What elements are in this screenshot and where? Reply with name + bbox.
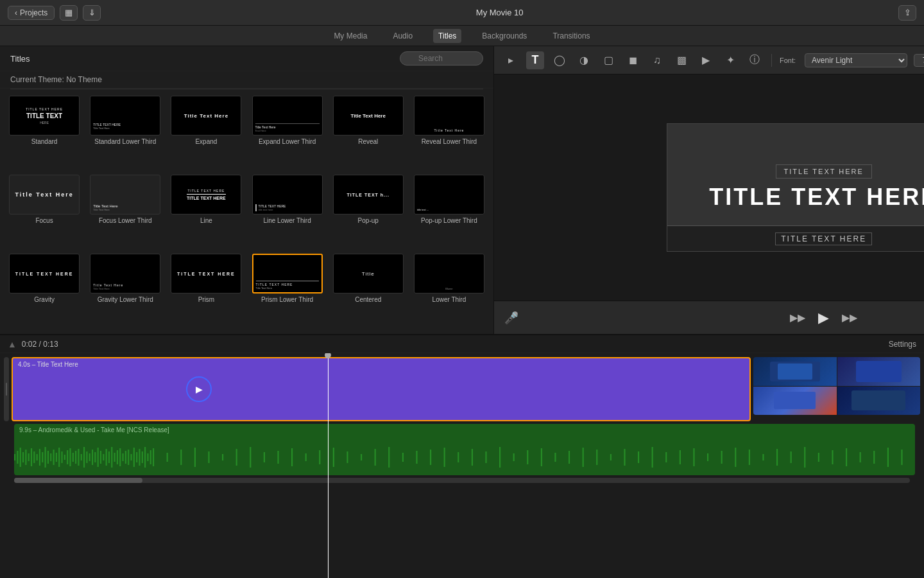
title-label-prism-lt: Prism Lower Third bbox=[261, 296, 313, 303]
video-clip[interactable]: 4.0s – Title Text Here ▶ bbox=[12, 357, 751, 421]
svg-rect-66 bbox=[375, 449, 376, 466]
svg-rect-31 bbox=[100, 451, 101, 464]
svg-rect-49 bbox=[150, 450, 151, 464]
title-item-reveal[interactable]: Title Text Here Reveal bbox=[330, 96, 406, 170]
filter-tool-icon[interactable]: ✦ bbox=[721, 51, 739, 69]
title-item-popup-lower-third[interactable]: title text ... Pop-up Lower Third bbox=[411, 175, 487, 249]
svg-rect-52 bbox=[180, 450, 182, 465]
title-item-line[interactable]: TITLE TEXT HERE TITLE TEXT HERE Line bbox=[168, 175, 244, 249]
svg-rect-86 bbox=[652, 447, 653, 468]
title-item-focus-lower-third[interactable]: Title Text Here Title Text Here Focus Lo… bbox=[87, 175, 163, 249]
audio-clip[interactable]: 9.9s – Andromedik & Used - Take Me [NCS … bbox=[14, 424, 915, 475]
settings-button[interactable]: Settings bbox=[889, 340, 916, 349]
pointer-tool-icon[interactable]: ▸ bbox=[502, 51, 520, 69]
title-item-reveal-lower-third[interactable]: Title Text Here Reveal Lower Third bbox=[411, 96, 487, 170]
import-icon[interactable]: ⇓ bbox=[83, 5, 101, 21]
top-bar: ‹ Projects ▦ ⇓ My Movie 10 ⇪ bbox=[0, 0, 924, 26]
playhead-line bbox=[328, 358, 329, 578]
preview-bottom-text[interactable]: TITLE TEXT HERE bbox=[775, 232, 872, 245]
layout-icon[interactable]: ▦ bbox=[60, 5, 78, 21]
preview-top-text[interactable]: TITLE TEXT HERE bbox=[776, 164, 872, 179]
svg-rect-40 bbox=[125, 451, 126, 464]
share-icon[interactable]: ⇪ bbox=[898, 5, 916, 21]
mic-button[interactable]: 🎤 bbox=[504, 311, 518, 325]
playback-controls: ▶▶ ▶ ▶▶ bbox=[790, 310, 857, 326]
camera-tool-icon[interactable]: ◼ bbox=[624, 51, 642, 69]
title-item-standard[interactable]: TITLE TEXT HERE TITLE TEXT HERE Standard bbox=[6, 96, 82, 170]
svg-rect-73 bbox=[472, 449, 473, 466]
title-item-prism-lower-third[interactable]: TITLE TEXT HERE Title Text Here Prism Lo… bbox=[249, 254, 325, 328]
title-item-popup[interactable]: TITLE TEXT h... Pop-up bbox=[330, 175, 406, 249]
projects-button[interactable]: ‹ Projects bbox=[8, 6, 55, 20]
title-item-gravity[interactable]: TITLE TEXT HERE Gravity bbox=[6, 254, 82, 328]
photo-cell-4 bbox=[837, 387, 921, 416]
title-item-gravity-lower-third[interactable]: Title Text Here Title Text Here Gravity … bbox=[87, 254, 163, 328]
tab-transitions[interactable]: Transitions bbox=[547, 29, 595, 43]
search-input[interactable] bbox=[400, 51, 483, 66]
toolbar-sep bbox=[771, 54, 772, 67]
speedometer-tool-icon[interactable]: ▶ bbox=[697, 51, 715, 69]
svg-rect-34 bbox=[108, 451, 110, 463]
svg-rect-70 bbox=[430, 450, 431, 465]
title-item-expand-lower-third[interactable]: Title Text Here Text Here Expand Lower T… bbox=[249, 96, 325, 170]
preview-main-text[interactable]: TITLE TEXT HERE bbox=[709, 184, 924, 211]
svg-rect-43 bbox=[133, 448, 135, 467]
skip-forward-button[interactable]: ▶▶ bbox=[842, 311, 857, 324]
title-item-expand[interactable]: Title Text Here Expand bbox=[168, 96, 244, 170]
scrollbar-thumb[interactable] bbox=[14, 478, 142, 483]
info-tool-icon[interactable]: ⓘ bbox=[746, 51, 764, 69]
theme-bar: Current Theme: No Theme bbox=[0, 71, 493, 89]
left-panel: Titles 🔍 Current Theme: No Theme TITLE T… bbox=[0, 46, 494, 334]
font-size-input[interactable] bbox=[914, 54, 924, 67]
svg-rect-65 bbox=[361, 454, 362, 460]
svg-rect-104 bbox=[901, 450, 902, 465]
svg-rect-69 bbox=[416, 451, 417, 464]
svg-rect-13 bbox=[50, 453, 51, 461]
horizontal-scrollbar[interactable] bbox=[14, 478, 910, 483]
svg-rect-59 bbox=[277, 451, 278, 464]
title-label-glt: Gravity Lower Third bbox=[98, 296, 153, 303]
svg-rect-26 bbox=[86, 451, 87, 463]
theme-label: Current Theme: No Theme bbox=[10, 75, 102, 84]
tab-titles[interactable]: Titles bbox=[433, 29, 461, 43]
title-item-standard-lower-third[interactable]: TITLE TEXT HERE Title Text Here Standard… bbox=[87, 96, 163, 170]
svg-rect-82 bbox=[596, 450, 597, 465]
title-item-prism[interactable]: TITLE TEXT HERE Prism bbox=[168, 254, 244, 328]
thumb-reveal-lt: Title Text Here bbox=[414, 96, 484, 136]
title-item-line-lower-third[interactable]: TITLE TEXT HERE title text here Line Low… bbox=[249, 175, 325, 249]
overlay-tool-icon[interactable]: ▢ bbox=[599, 51, 617, 69]
audio-clip-label: 9.9s – Andromedik & Used - Take Me [NCS … bbox=[19, 426, 910, 434]
crop-tool-icon[interactable]: ◯ bbox=[551, 51, 569, 69]
playhead bbox=[327, 353, 329, 578]
tab-my-media[interactable]: My Media bbox=[329, 29, 372, 43]
color-tool-icon[interactable]: ◑ bbox=[575, 51, 593, 69]
chart-tool-icon[interactable]: ▩ bbox=[672, 51, 690, 69]
font-label: Font: bbox=[780, 57, 796, 64]
svg-rect-17 bbox=[61, 451, 62, 463]
svg-rect-57 bbox=[250, 447, 251, 468]
svg-rect-93 bbox=[749, 450, 750, 465]
svg-rect-94 bbox=[762, 454, 764, 460]
font-select[interactable]: Avenir Light bbox=[805, 53, 907, 67]
skip-back-button[interactable]: ▶▶ bbox=[790, 311, 805, 324]
play-button[interactable]: ▶ bbox=[818, 310, 829, 326]
title-item-lower-third[interactable]: Blume Lower Third bbox=[411, 254, 487, 328]
thumb-standard-lower-third: TITLE TEXT HERE Title Text Here bbox=[90, 96, 160, 136]
svg-rect-68 bbox=[402, 453, 404, 462]
svg-rect-101 bbox=[860, 452, 861, 462]
svg-rect-7 bbox=[33, 451, 35, 463]
text-tool-icon[interactable]: T bbox=[526, 51, 544, 69]
tab-audio[interactable]: Audio bbox=[388, 29, 418, 43]
timeline-content: 4.0s – Title Text Here ▶ bbox=[0, 353, 924, 578]
titles-header: Titles 🔍 bbox=[0, 46, 493, 71]
track-resize-handle[interactable] bbox=[4, 357, 9, 421]
tab-backgrounds[interactable]: Backgrounds bbox=[477, 29, 532, 43]
mountain-icon: ▲ bbox=[8, 339, 17, 349]
title-item-centered[interactable]: Title Centered bbox=[330, 254, 406, 328]
audio-tool-icon[interactable]: ♫ bbox=[648, 51, 666, 69]
top-bar-left: ‹ Projects ▦ ⇓ bbox=[8, 5, 101, 21]
svg-rect-22 bbox=[75, 451, 76, 464]
title-item-focus[interactable]: Title Text Here Focus bbox=[6, 175, 82, 249]
preview-area: TITLE TEXT HERE TITLE TEXT HERE TITLE TE… bbox=[494, 74, 924, 301]
cursor-arrow-icon: ▶ bbox=[196, 384, 203, 394]
